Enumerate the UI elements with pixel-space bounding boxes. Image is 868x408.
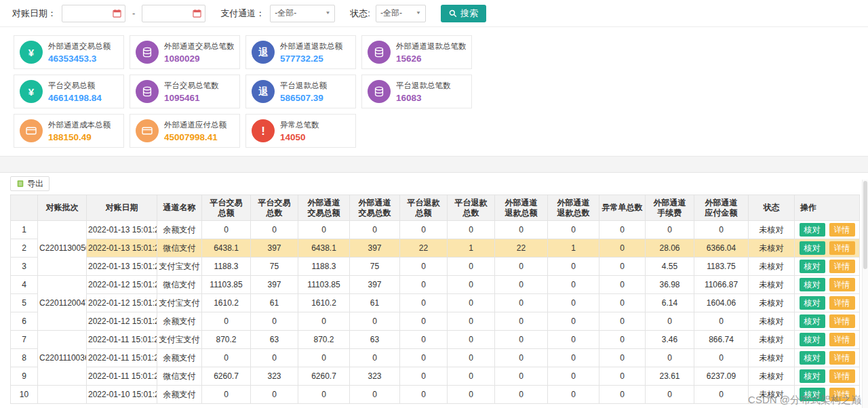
value-cell: 0 xyxy=(298,221,350,239)
row-index-cell: 3 xyxy=(11,258,38,276)
operation-cell: 核对详情 xyxy=(795,349,860,367)
stat-value: 16083 xyxy=(396,93,451,103)
value-cell: 0 xyxy=(251,386,298,404)
check-button[interactable]: 核对 xyxy=(800,241,825,255)
export-button[interactable]: 导出 xyxy=(10,176,50,191)
table-row[interactable]: 102022-01-10 15:01:22余额支付00000000000未核对核… xyxy=(11,386,860,404)
detail-button[interactable]: 详情 xyxy=(829,388,855,401)
reconciliation-table: 对账批次对账日期通道名称平台交易 总额平台交易 总数外部通道 交易总额外部通道 … xyxy=(10,195,860,404)
value-cell: 0 xyxy=(448,221,495,239)
channel-cell: 支付宝支付 xyxy=(157,294,202,312)
row-index-cell: 1 xyxy=(11,221,38,239)
status-select[interactable]: -全部- ▼ xyxy=(376,5,426,22)
date-cell: 2022-01-11 15:01:23 xyxy=(87,349,157,367)
operation-cell: 核对详情 xyxy=(795,276,860,294)
search-icon xyxy=(449,9,457,18)
date-start-input[interactable] xyxy=(65,5,113,22)
value-cell: 0 xyxy=(400,258,448,276)
operation-cell: 核对详情 xyxy=(795,331,860,349)
value-cell: 1610.2 xyxy=(298,294,350,312)
date-separator: - xyxy=(132,8,135,18)
vertical-scrollbar[interactable] xyxy=(862,180,868,408)
table-row[interactable]: 7C220111003662022-01-11 15:01:23支付宝支付870… xyxy=(11,331,860,349)
operation-cell: 核对详情 xyxy=(795,386,860,404)
detail-button[interactable]: 详情 xyxy=(829,333,855,346)
date-start-field[interactable] xyxy=(62,5,125,22)
status-cell: 未核对 xyxy=(749,312,795,331)
value-cell: 6438.1 xyxy=(202,239,251,258)
table-row[interactable]: 62022-01-12 15:01:22余额支付00000000000未核对核对… xyxy=(11,312,860,331)
value-cell: 75 xyxy=(350,258,400,276)
detail-button[interactable]: 详情 xyxy=(829,260,855,273)
section-divider xyxy=(0,156,868,172)
column-header: 平台交易 总数 xyxy=(251,195,298,221)
value-cell: 0 xyxy=(548,258,599,276)
stat-label: 外部通道交易总额 xyxy=(48,41,111,52)
table-row[interactable]: 52022-01-12 15:01:22支付宝支付1610.2611610.26… xyxy=(11,294,860,312)
value-cell: 22 xyxy=(495,239,548,258)
check-button[interactable]: 核对 xyxy=(800,260,825,273)
search-button[interactable]: 搜索 xyxy=(441,5,486,22)
table-row[interactable]: 22022-01-13 15:01:25微信支付6438.13976438.13… xyxy=(11,239,860,258)
batch-cell xyxy=(38,386,87,404)
value-cell: 0 xyxy=(495,349,548,367)
value-cell: 0 xyxy=(495,221,548,239)
calendar-icon[interactable] xyxy=(113,9,121,18)
export-button-label: 导出 xyxy=(27,178,43,190)
operation-cell: 核对详情 xyxy=(795,258,860,276)
check-button[interactable]: 核对 xyxy=(800,314,825,328)
check-button[interactable]: 核对 xyxy=(800,369,825,383)
status-cell: 未核对 xyxy=(749,276,795,294)
table-row[interactable]: 92022-01-11 15:01:23微信支付6260.73236260.73… xyxy=(11,367,860,386)
value-cell: 1604.06 xyxy=(694,294,749,312)
row-index-cell: 2 xyxy=(11,239,38,258)
check-button[interactable]: 核对 xyxy=(800,223,825,237)
value-cell: 22 xyxy=(400,239,448,258)
detail-button[interactable]: 详情 xyxy=(829,314,855,328)
check-button[interactable]: 核对 xyxy=(800,388,825,401)
detail-button[interactable]: 详情 xyxy=(829,223,855,237)
value-cell: 0 xyxy=(548,294,599,312)
value-cell: 397 xyxy=(251,276,298,294)
value-cell: 0 xyxy=(350,312,400,331)
column-header: 平台退款 总数 xyxy=(448,195,495,221)
value-cell: 0 xyxy=(251,221,298,239)
table-row[interactable]: 1C220113005612022-01-13 15:01:25余额支付0000… xyxy=(11,221,860,239)
value-cell: 0 xyxy=(202,386,251,404)
stat-card: 外部通道成本总额188150.49 xyxy=(14,114,124,148)
detail-button[interactable]: 详情 xyxy=(829,369,855,383)
check-button[interactable]: 核对 xyxy=(800,278,825,291)
value-cell: 0 xyxy=(251,349,298,367)
stat-card: 外部通道应付总额45007998.41 xyxy=(130,114,240,148)
check-button[interactable]: 核对 xyxy=(800,296,825,310)
value-cell: 0 xyxy=(495,331,548,349)
detail-button[interactable]: 详情 xyxy=(829,351,855,365)
value-cell: 0 xyxy=(495,258,548,276)
channel-select[interactable]: -全部- ▼ xyxy=(270,5,335,22)
check-button[interactable]: 核对 xyxy=(800,351,825,365)
table-row[interactable]: 82022-01-11 15:01:23余额支付00000000000未核对核对… xyxy=(11,349,860,367)
batch-cell: C22011200473 xyxy=(38,276,87,331)
check-button[interactable]: 核对 xyxy=(800,333,825,346)
scrollbar-thumb[interactable] xyxy=(863,181,867,269)
column-header: 对账批次 xyxy=(38,195,87,221)
value-cell: 0 xyxy=(599,258,646,276)
stat-value: 188150.49 xyxy=(48,132,111,142)
value-cell: 0 xyxy=(400,276,448,294)
detail-button[interactable]: 详情 xyxy=(829,296,855,310)
value-cell: 28.06 xyxy=(646,239,694,258)
date-end-input[interactable] xyxy=(145,5,193,22)
table-row[interactable]: 32022-01-13 15:01:25支付宝支付1188.3751188.37… xyxy=(11,258,860,276)
table-row[interactable]: 4C220112004732022-01-12 15:01:22微信支付1110… xyxy=(11,276,860,294)
stat-label: 异常总笔数 xyxy=(280,120,319,130)
value-cell: 0 xyxy=(599,367,646,386)
date-end-field[interactable] xyxy=(142,5,205,22)
detail-button[interactable]: 详情 xyxy=(829,278,855,291)
calendar-icon[interactable] xyxy=(193,9,201,18)
value-cell: 1188.3 xyxy=(202,258,251,276)
channel-cell: 微信支付 xyxy=(157,239,202,258)
card-icon xyxy=(136,119,159,142)
detail-button[interactable]: 详情 xyxy=(829,241,855,255)
chevron-down-icon: ▼ xyxy=(416,11,421,16)
value-cell: 0 xyxy=(495,294,548,312)
